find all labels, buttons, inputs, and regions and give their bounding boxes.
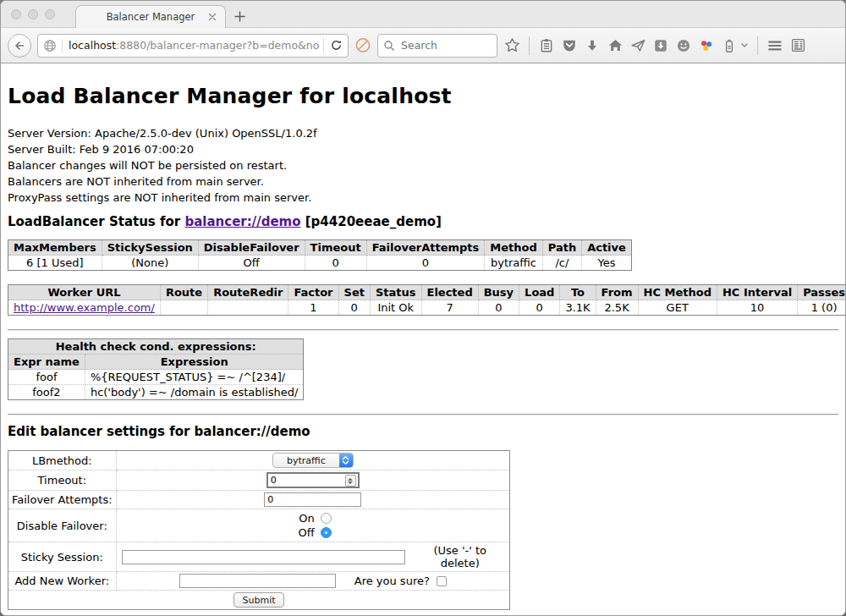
cell-factor: 1: [288, 300, 338, 316]
zoom-window-button[interactable]: [45, 9, 55, 19]
sticky-session-input[interactable]: [122, 550, 406, 564]
back-button[interactable]: [8, 34, 31, 58]
disable-failover-on-radio[interactable]: [321, 513, 332, 524]
failover-attempts-input[interactable]: [264, 492, 361, 507]
image-blocker-icon[interactable]: [354, 37, 371, 54]
col-load: Load: [519, 285, 560, 300]
proxypass-notice-line: ProxyPass settings are NOT inherited fro…: [8, 190, 838, 206]
home-icon[interactable]: [607, 37, 624, 54]
edit-balancer-heading: Edit balancer settings for balancer://de…: [8, 424, 838, 439]
table-row: 6 [1 Used] (None) Off 0 0 bytraffic /c/ …: [8, 256, 632, 271]
battery-icon[interactable]: [721, 37, 738, 54]
form-row-failover-attempts: Failover Attempts:: [8, 491, 510, 509]
col-path: Path: [542, 240, 581, 256]
submit-button[interactable]: Submit: [233, 592, 283, 608]
col-active: Active: [582, 240, 632, 256]
url-divider: [323, 38, 324, 53]
url-text: localhost:8880/balancer-manager?b=demo&n…: [69, 39, 320, 52]
cell-passes: 1 (0): [798, 300, 845, 316]
cell-routeredir: [208, 300, 288, 316]
balancer-status-table: MaxMembers StickySession DisableFailover…: [8, 239, 632, 271]
worker-table: Worker URL Route RouteRedir Factor Set S…: [8, 284, 845, 316]
col-method: Method: [485, 240, 542, 256]
close-window-button[interactable]: [11, 9, 21, 19]
persist-notice-line: Balancer changes will NOT be persisted o…: [8, 157, 838, 173]
cell-status: Init Ok: [370, 300, 421, 316]
new-tab-button[interactable]: [231, 8, 248, 25]
server-info: Server Version: Apache/2.5.0-dev (Unix) …: [8, 125, 838, 206]
add-worker-input[interactable]: [179, 574, 336, 588]
form-row-disable-failover: Disable Failover: On Off: [8, 509, 510, 542]
lbmethod-select[interactable]: bytraffic: [272, 453, 354, 468]
cell-elected: 7: [421, 300, 478, 316]
download-panel-icon[interactable]: [652, 37, 669, 54]
cell-method: bytraffic: [485, 256, 542, 271]
send-plane-icon[interactable]: [629, 37, 646, 54]
radio-off-label: Off: [294, 525, 315, 540]
col-timeout: Timeout: [305, 240, 366, 256]
health-check-table: Health check cond. expressions: Expr nam…: [8, 338, 304, 400]
edit-balancer-form: LBmethod: bytraffic Timeout:: [8, 450, 510, 610]
timeout-label: Timeout:: [8, 470, 117, 491]
cell-expression: %{REQUEST_STATUS} =~ /^[234]/: [85, 370, 304, 385]
form-row-lbmethod: LBmethod: bytraffic: [8, 451, 510, 470]
search-input[interactable]: [399, 38, 484, 52]
table-row: foof %{REQUEST_STATUS} =~ /^[234]/: [8, 370, 304, 385]
are-you-sure-checkbox[interactable]: [437, 576, 447, 586]
section-divider: [8, 329, 838, 331]
col-maxmembers: MaxMembers: [8, 240, 102, 256]
table-header-row: MaxMembers StickySession DisableFailover…: [8, 240, 632, 256]
section-divider: [8, 414, 838, 415]
cell-load: 0: [519, 300, 560, 316]
cell-disablefailover: Off: [198, 256, 305, 271]
cell-hc-method: GET: [638, 300, 717, 316]
failover-attempts-label: Failover Attempts:: [8, 491, 117, 509]
form-row-timeout: Timeout:: [8, 470, 510, 491]
cell-route: [160, 300, 207, 316]
form-row-submit: Submit: [8, 591, 510, 610]
navigation-toolbar: localhost:8880/balancer-manager?b=demo&n…: [1, 28, 845, 63]
balancer-demo-link[interactable]: balancer://demo: [184, 214, 300, 229]
col-routeredir: RouteRedir: [208, 285, 288, 300]
health-table-title: Health check cond. expressions:: [8, 339, 304, 355]
search-bar[interactable]: [377, 34, 497, 58]
tab-balancer-manager[interactable]: Balancer Manager: [75, 5, 226, 28]
cell-path: /c/: [542, 256, 581, 271]
chevron-down-icon[interactable]: [740, 37, 749, 54]
cell-set: 0: [338, 300, 370, 316]
globe-icon: [43, 39, 63, 52]
col-from: From: [596, 285, 638, 300]
table-row: foof2 hc('body') =~ /domain is establish…: [8, 385, 304, 400]
cell-expr-name: foof2: [8, 385, 85, 400]
reading-list-icon[interactable]: [538, 37, 555, 54]
toolbar-separator: [529, 36, 530, 55]
cell-timeout: 0: [305, 256, 366, 271]
menu-hamburger-icon[interactable]: [766, 37, 783, 54]
worker-url-link[interactable]: http://www.example.com/: [14, 301, 155, 314]
minimize-window-button[interactable]: [28, 9, 38, 19]
cell-stickysession: (None): [102, 256, 198, 271]
search-icon: [383, 40, 395, 52]
form-row-add-worker: Add New Worker: Are you sure?: [8, 572, 510, 591]
page-content: Load Balancer Manager for localhost Serv…: [1, 63, 845, 616]
col-status: Status: [370, 285, 421, 300]
chat-smiley-icon[interactable]: [675, 37, 692, 54]
col-hc-method: HC Method: [638, 285, 717, 300]
pocket-icon[interactable]: [561, 37, 578, 54]
reload-button[interactable]: [327, 37, 344, 54]
downloads-icon[interactable]: [584, 37, 601, 54]
toolbar-separator: [757, 36, 758, 55]
url-path: :8880/balancer-manager?b=demo&nonce=decc…: [116, 39, 320, 52]
number-stepper-icon[interactable]: [345, 475, 356, 487]
disable-failover-off-radio[interactable]: [321, 527, 332, 538]
reader-grid-icon[interactable]: [789, 37, 806, 54]
sticky-session-hint: (Use '-' to delete): [414, 544, 506, 569]
url-host: localhost: [69, 39, 116, 52]
tab-close-icon[interactable]: [207, 12, 217, 22]
form-row-sticky-session: Sticky Session: (Use '-' to delete): [8, 542, 510, 572]
inherit-notice-line: Balancers are NOT inherited from main se…: [8, 173, 838, 190]
url-bar[interactable]: localhost:8880/balancer-manager?b=demo&n…: [37, 34, 349, 58]
bookmark-star-icon[interactable]: [503, 37, 520, 54]
color-dots-extension-icon[interactable]: [698, 37, 715, 54]
lbmethod-selected-value: bytraffic: [273, 454, 339, 467]
